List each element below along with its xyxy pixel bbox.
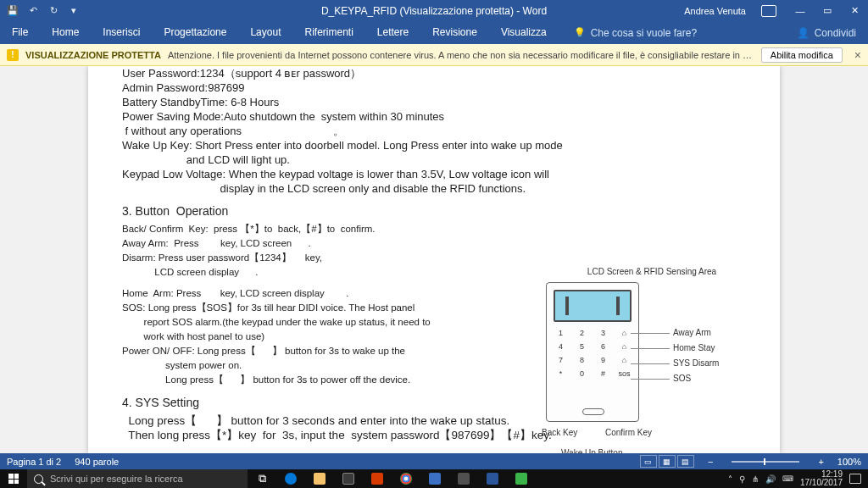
key: 8 (573, 356, 591, 364)
tab-references[interactable]: Riferimenti (292, 21, 364, 44)
enable-editing-button[interactable]: Abilita modifica (761, 47, 843, 63)
app-icon[interactable] (420, 469, 449, 488)
diagram-label-wake: Wake Up Button (561, 448, 622, 453)
key: 0 (573, 369, 591, 378)
minimize-button[interactable]: — (787, 0, 814, 21)
callout-line (631, 379, 670, 380)
wifi-icon[interactable]: ⋔ (752, 474, 759, 484)
callout-line (631, 333, 670, 334)
doc-line: Disarm: Press user password【1234】 key, (122, 251, 754, 265)
qat-dropdown-icon[interactable]: ▾ (68, 5, 80, 17)
word-count[interactable]: 940 parole (75, 457, 119, 467)
title-bar: 💾 ↶ ↻ ▾ D_KEYPA_RFID (Visualizzazione pr… (0, 0, 868, 21)
zoom-in-button[interactable]: + (818, 457, 823, 467)
key: 5 (573, 342, 591, 351)
windows-logo-icon (8, 474, 19, 484)
diagram-label-sys: SYS Disarm (673, 358, 719, 368)
word-icon[interactable] (478, 469, 507, 488)
explorer-icon[interactable] (305, 469, 334, 488)
edge-icon[interactable] (276, 469, 305, 488)
close-button[interactable]: ✕ (841, 0, 868, 21)
taskbar-search[interactable]: Scrivi qui per eseguire la ricerca (27, 469, 248, 488)
doc-line: Then long press【*】key for 3s, input the … (122, 428, 754, 442)
key: 2 (573, 329, 591, 337)
callout-line (631, 348, 670, 349)
tab-view[interactable]: Visualizza (489, 21, 559, 44)
doc-line: Power ON/ OFF: Long press【 】 button for … (122, 344, 754, 358)
store-icon[interactable] (334, 469, 363, 488)
undo-icon[interactable]: ↶ (27, 5, 39, 17)
tab-insert[interactable]: Inserisci (91, 21, 152, 44)
tab-mailings[interactable]: Lettere (365, 21, 420, 44)
doc-line: Long press【 】 button for 3 seconds and e… (122, 413, 754, 428)
diagram-label-sos: SOS (673, 374, 691, 383)
doc-line: and LCD will light up. (122, 152, 754, 167)
system-tray: ˄ ⚲ ⋔ 🔊 ⌨ 12:19 17/10/2017 (721, 470, 868, 487)
tell-me-placeholder: Che cosa si vuole fare? (591, 27, 697, 39)
status-bar: Pagina 1 di 2 940 parole ▭ ▦ ▤ − + 100% (0, 453, 868, 469)
doc-line: work with host panel to use) (122, 330, 754, 344)
tab-file[interactable]: File (0, 21, 40, 44)
wakeup-button (582, 408, 604, 415)
language-indicator[interactable]: ⌨ (782, 474, 793, 483)
save-icon[interactable]: 💾 (7, 5, 19, 17)
close-protected-bar-icon[interactable]: × (854, 48, 861, 62)
key: # (594, 369, 612, 378)
key: 1 (552, 329, 570, 337)
key: 3 (594, 329, 612, 337)
user-name[interactable]: Andrea Venuta (684, 6, 746, 16)
tell-me-search[interactable]: 💡 Che cosa si vuole fare? (574, 21, 697, 44)
tab-review[interactable]: Revisione (420, 21, 489, 44)
redo-icon[interactable]: ↻ (47, 5, 59, 17)
document-page: User Password:1234（support 4 ʙᴇr passwor… (88, 66, 780, 453)
web-layout-button[interactable]: ▤ (677, 455, 694, 468)
key: 4 (552, 342, 570, 351)
ribbon-tabs: File Home Inserisci Progettazione Layout… (0, 21, 868, 44)
doc-line: Away Arm: Press key, LCD screen . (122, 236, 754, 251)
lcd-screen (554, 290, 632, 322)
account-icon[interactable] (761, 5, 776, 17)
doc-line: SOS: Long press【SOS】for 3s till hear DID… (122, 301, 754, 315)
taskbar-clock[interactable]: 12:19 17/10/2017 (800, 470, 843, 487)
zoom-out-button[interactable]: − (708, 457, 713, 467)
app-icon[interactable] (449, 469, 478, 488)
zoom-level[interactable]: 100% (837, 457, 861, 467)
task-view-icon[interactable]: ⧉ (248, 469, 276, 488)
share-label: Condividi (815, 27, 856, 39)
diagram-label-home: Home Stay (673, 343, 715, 352)
tab-home[interactable]: Home (40, 21, 91, 44)
keypad-keys: 1 2 3 ⌂ 4 5 6 ⌂ 7 8 9 ⌂ * 0 # sos (552, 329, 633, 378)
doc-line: Home Arm: Press key, LCD screen display … (122, 286, 754, 301)
share-button[interactable]: 👤 Condividi (785, 21, 868, 44)
doc-line: Back/ Confirm Key: press 【*】to back,【#】t… (122, 222, 754, 236)
tab-design[interactable]: Progettazione (152, 21, 238, 44)
keypad-outline: 1 2 3 ⌂ 4 5 6 ⌂ 7 8 9 ⌂ * 0 # sos (546, 282, 639, 422)
network-icon[interactable]: ⚲ (739, 474, 745, 484)
read-mode-button[interactable]: ▭ (640, 455, 657, 468)
chrome-icon[interactable] (392, 469, 420, 488)
zoom-slider[interactable] (732, 461, 799, 463)
doc-line: Wake Up Key: Short Press enter into door… (122, 138, 754, 152)
taskbar-apps: ⧉ (248, 469, 536, 488)
print-layout-button[interactable]: ▦ (659, 455, 676, 468)
doc-line: Keypad Low Voltage: When the keypad volt… (122, 167, 754, 181)
volume-icon[interactable]: 🔊 (765, 474, 776, 484)
key: 6 (594, 342, 612, 351)
doc-line: Admin Password:987699 (122, 80, 754, 95)
restore-button[interactable]: ▭ (814, 0, 841, 21)
shield-icon: ! (7, 49, 19, 61)
key: 7 (552, 356, 570, 364)
start-button[interactable] (0, 469, 27, 488)
action-center-icon[interactable] (849, 474, 861, 484)
document-area[interactable]: User Password:1234（support 4 ʙᴇr passwor… (0, 66, 868, 453)
doc-line: display in the LCD screen only and disab… (122, 181, 754, 196)
diagram-label-away: Away Arm (673, 328, 711, 337)
doc-line: f without any operations 。 (122, 124, 754, 138)
app-icon[interactable] (363, 469, 392, 488)
callout-line (631, 363, 670, 364)
tray-chevron-icon[interactable]: ˄ (728, 474, 732, 484)
page-indicator[interactable]: Pagina 1 di 2 (7, 457, 61, 467)
search-icon (34, 474, 43, 484)
tab-layout[interactable]: Layout (238, 21, 292, 44)
app-icon[interactable] (507, 469, 536, 488)
